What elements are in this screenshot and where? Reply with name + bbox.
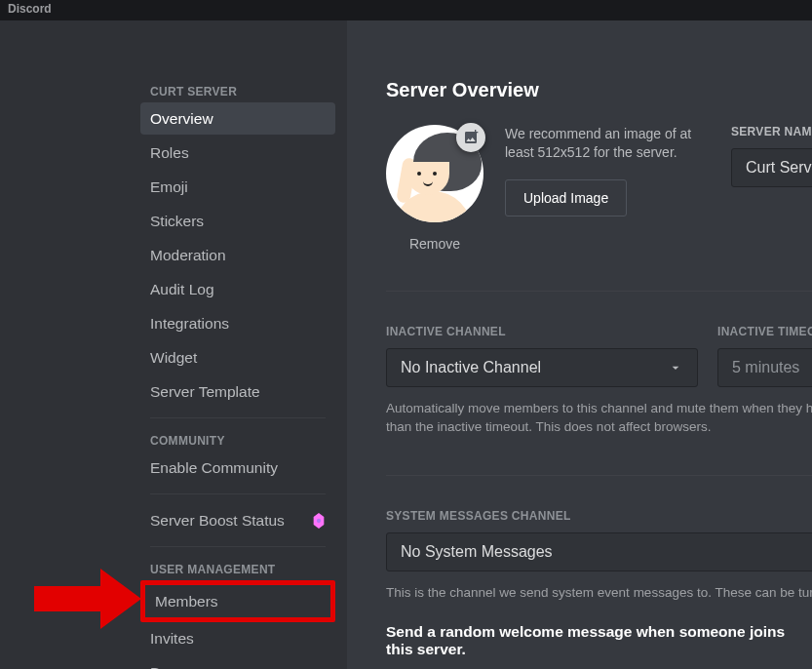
select-value: No System Messages — [401, 543, 553, 561]
inactive-channel-select[interactable]: No Inactive Channel — [386, 348, 698, 387]
inactive-timeout-label: INACTIVE TIMEOUT — [717, 325, 812, 338]
image-recommendation-text: We recommend an image of at least 512x51… — [505, 125, 700, 162]
annotation-arrow-icon — [34, 569, 141, 629]
system-messages-helper-text: This is the channel we send system event… — [386, 583, 812, 602]
sidebar-item-enable-community[interactable]: Enable Community — [140, 452, 335, 484]
server-name-input[interactable] — [731, 148, 812, 187]
select-value: No Inactive Channel — [401, 359, 541, 376]
sidebar-header-community: COMMUNITY — [140, 428, 335, 452]
sidebar-item-stickers[interactable]: Stickers — [140, 205, 335, 237]
section-divider — [386, 475, 812, 476]
sidebar-separator — [150, 493, 326, 494]
title-bar: Discord — [0, 0, 812, 20]
svg-rect-1 — [34, 586, 100, 611]
sidebar-item-roles[interactable]: Roles — [140, 137, 335, 169]
svg-point-0 — [317, 518, 321, 522]
boost-icon — [312, 513, 326, 529]
system-messages-select[interactable]: No System Messages — [386, 532, 812, 571]
sidebar-item-server-boost[interactable]: Server Boost Status — [140, 504, 335, 536]
sidebar-item-emoji[interactable]: Emoji — [140, 171, 335, 203]
sidebar-item-widget[interactable]: Widget — [140, 341, 335, 374]
page-title: Server Overview — [386, 79, 812, 101]
upload-image-badge[interactable] — [456, 123, 485, 152]
inactive-timeout-select[interactable]: 5 minutes — [717, 348, 812, 387]
settings-sidebar: CURT SERVER Overview Roles Emoji Sticker… — [0, 20, 347, 669]
sidebar-separator — [150, 417, 326, 418]
sidebar-item-integrations[interactable]: Integrations — [140, 307, 335, 339]
content-area: Server Overview Remove We recommend an i… — [347, 20, 812, 669]
svg-marker-2 — [100, 569, 141, 629]
welcome-message-toggle-label: Send a random welcome message when someo… — [386, 623, 812, 658]
sidebar-separator — [150, 546, 326, 547]
sidebar-header-user-management: USER MANAGEMENT — [140, 557, 335, 580]
chevron-down-icon — [668, 360, 683, 375]
sidebar-item-label: Server Boost Status — [150, 512, 285, 530]
remove-icon-link[interactable]: Remove — [409, 236, 460, 252]
sidebar-item-server-template[interactable]: Server Template — [140, 375, 335, 408]
sidebar-item-members[interactable]: Members — [145, 585, 330, 617]
sidebar-item-overview[interactable]: Overview — [140, 102, 335, 135]
sidebar-item-bans[interactable]: Bans — [140, 656, 335, 669]
image-upload-icon — [463, 130, 479, 145]
system-messages-label: SYSTEM MESSAGES CHANNEL — [386, 509, 812, 523]
select-value: 5 minutes — [732, 359, 799, 376]
server-name-label: SERVER NAME — [731, 125, 812, 138]
sidebar-item-invites[interactable]: Invites — [140, 622, 335, 654]
inactive-helper-text: Automatically move members to this chann… — [386, 399, 812, 436]
inactive-channel-label: INACTIVE CHANNEL — [386, 325, 698, 338]
sidebar-item-audit-log[interactable]: Audit Log — [140, 273, 335, 305]
section-divider — [386, 291, 812, 292]
upload-image-button[interactable]: Upload Image — [505, 179, 627, 216]
sidebar-header-server: CURT SERVER — [140, 79, 335, 102]
members-highlight-box: Members — [140, 580, 335, 622]
sidebar-item-moderation[interactable]: Moderation — [140, 239, 335, 271]
